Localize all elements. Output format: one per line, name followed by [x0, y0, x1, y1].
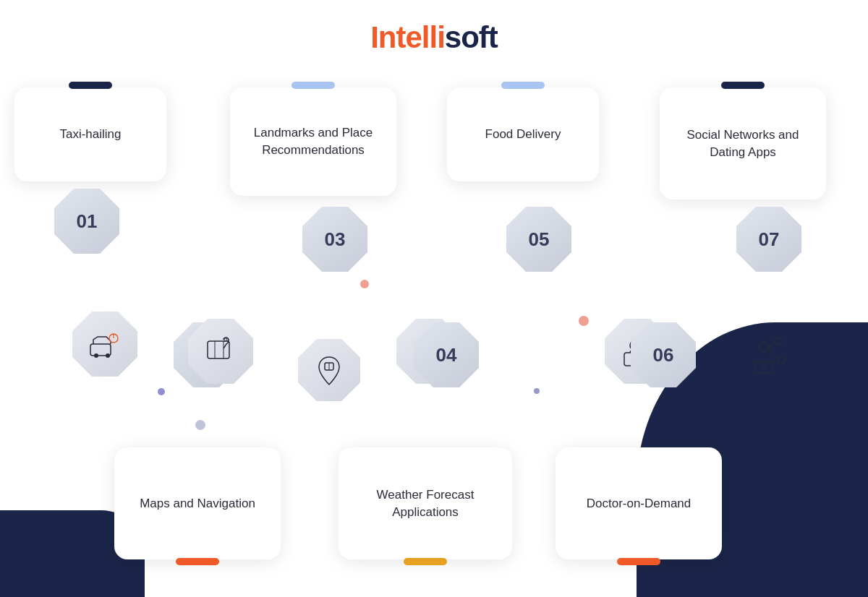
dot-3 — [360, 280, 369, 288]
top-bar-07 — [721, 82, 765, 89]
badge-05: 05 — [506, 207, 571, 272]
card-weather: Weather Forecast Applications — [339, 447, 512, 559]
badge-06-number: 06 — [653, 344, 674, 366]
top-bar-03 — [292, 82, 335, 89]
color-bar-04 — [404, 558, 447, 565]
badge-03-number: 03 — [325, 228, 346, 251]
card-01-label: Taxi-hailing — [59, 126, 121, 143]
social-icon — [749, 334, 791, 376]
svg-line-22 — [768, 350, 778, 357]
svg-line-21 — [768, 344, 775, 348]
badge-05-number: 05 — [529, 228, 550, 251]
card-landmarks: Landmarks and Place Recommendations — [230, 87, 396, 196]
badge-04-number: 04 — [436, 344, 457, 366]
dot-1 — [195, 420, 205, 430]
card-04-label: Weather Forecast Applications — [350, 486, 501, 521]
card-food-delivery: Food Delivery — [447, 87, 599, 181]
dot-6 — [534, 388, 540, 394]
icon-03 — [188, 319, 253, 384]
badge-06: 06 — [631, 322, 696, 387]
logo: Intellisoft — [0, 20, 868, 55]
top-bar-05 — [501, 82, 545, 89]
svg-point-24 — [762, 364, 766, 368]
svg-point-2 — [106, 353, 110, 358]
top-bar-01 — [69, 82, 112, 89]
card-taxi-hailing: Taxi-hailing — [14, 87, 166, 181]
svg-point-5 — [113, 337, 114, 338]
badge-07-number: 07 — [759, 228, 780, 251]
card-06-label: Doctor-on-Demand — [587, 495, 692, 512]
badge-01-number: 01 — [77, 210, 98, 233]
card-02-label: Maps and Navigation — [140, 495, 255, 512]
svg-point-19 — [775, 338, 782, 345]
badge-01: 01 — [54, 189, 119, 254]
color-bar-06 — [617, 558, 660, 565]
color-bar-02 — [176, 558, 219, 565]
card-maps-navigation: Maps and Navigation — [114, 447, 281, 559]
dot-5 — [158, 388, 165, 395]
card-03-label: Landmarks and Place Recommendations — [242, 124, 385, 159]
badge-04: 04 — [414, 322, 479, 387]
svg-point-18 — [760, 343, 768, 351]
place-icon — [312, 353, 346, 387]
icon-04b — [298, 339, 360, 401]
dot-4 — [579, 316, 589, 326]
map-pin-icon — [203, 334, 238, 369]
badge-07: 07 — [736, 207, 801, 272]
badge-03: 03 — [302, 207, 367, 272]
card-social-networks: Social Networks and Dating Apps — [660, 87, 826, 199]
car-map-icon — [88, 327, 122, 361]
svg-point-20 — [778, 356, 785, 364]
card-doctor: Doctor-on-Demand — [556, 447, 722, 559]
card-05-label: Food Delivery — [485, 126, 561, 143]
icon-02 — [72, 312, 137, 377]
main-content: Taxi-hailing 01 Landmarks and Place Reco… — [0, 66, 868, 586]
icon-07 — [738, 322, 803, 387]
card-07-label: Social Networks and Dating Apps — [671, 126, 814, 161]
header: Intellisoft — [0, 0, 868, 62]
svg-point-1 — [94, 353, 98, 358]
